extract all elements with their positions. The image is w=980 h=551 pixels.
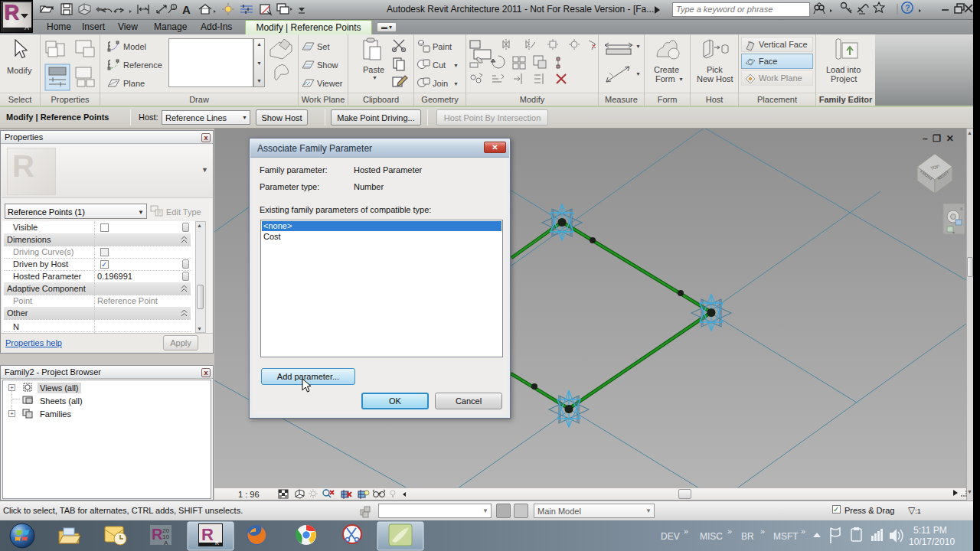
svg-text:R: R — [152, 526, 163, 543]
svg-text:MISC: MISC — [700, 531, 723, 542]
svg-text:A: A — [164, 540, 168, 546]
svg-text:10/17/2010: 10/17/2010 — [909, 536, 955, 547]
svg-text:?: ? — [905, 3, 910, 12]
svg-text:5:11 PM: 5:11 PM — [913, 525, 947, 536]
svg-text:A: A — [182, 3, 191, 16]
svg-text:DEV: DEV — [661, 531, 680, 542]
svg-text:1: 1 — [172, 5, 175, 10]
svg-text:R: R — [201, 525, 214, 544]
svg-text:»: » — [760, 527, 765, 536]
svg-text:▾: ▾ — [952, 230, 955, 235]
svg-text:MSFT: MSFT — [773, 531, 799, 542]
svg-text:x: x — [960, 206, 963, 211]
svg-text:»: » — [727, 527, 732, 536]
svg-text:»: » — [801, 527, 805, 536]
svg-text:»: » — [684, 527, 688, 536]
svg-text:R: R — [215, 540, 219, 546]
svg-text:BR: BR — [741, 531, 754, 542]
